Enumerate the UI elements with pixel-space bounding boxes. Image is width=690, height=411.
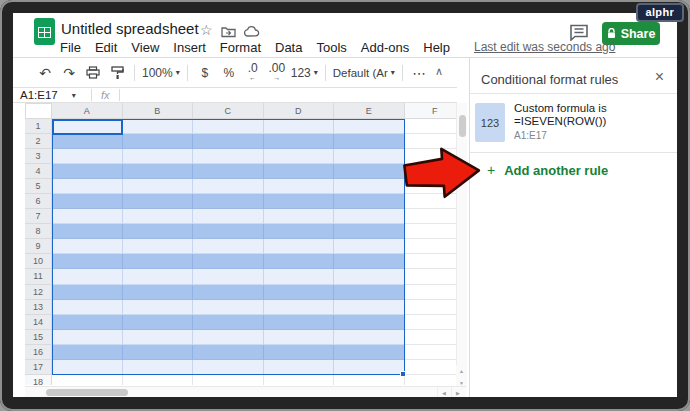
menu-item-format[interactable]: Format xyxy=(220,40,261,55)
cell-D8[interactable] xyxy=(264,224,335,239)
cell-D17[interactable] xyxy=(264,360,335,375)
formula-input[interactable] xyxy=(120,88,457,102)
increase-decimal-button[interactable]: .00→ xyxy=(267,62,287,84)
cell-C3[interactable] xyxy=(193,149,264,164)
font-select[interactable]: Default (Ari… ▾ xyxy=(333,62,395,84)
row-header-1[interactable]: 1 xyxy=(25,119,52,134)
menu-item-insert[interactable]: Insert xyxy=(173,40,206,55)
more-formats-button[interactable]: 123 ▾ xyxy=(291,62,318,84)
cell-A1[interactable] xyxy=(52,119,123,134)
sheets-logo-icon[interactable] xyxy=(34,18,55,45)
cell-D10[interactable] xyxy=(264,254,335,269)
horizontal-scrollbar-thumb[interactable] xyxy=(46,389,128,396)
cell-E16[interactable] xyxy=(334,345,405,360)
cell-C10[interactable] xyxy=(193,254,264,269)
cell-A13[interactable] xyxy=(52,300,123,315)
cell-B16[interactable] xyxy=(123,345,194,360)
column-header-A[interactable]: A xyxy=(52,103,123,119)
cell-B13[interactable] xyxy=(123,300,194,315)
row-header-17[interactable]: 17 xyxy=(25,360,52,375)
paint-format-icon[interactable] xyxy=(107,62,127,84)
cell-A5[interactable] xyxy=(52,179,123,194)
cell-A12[interactable] xyxy=(52,285,123,300)
column-header-D[interactable]: D xyxy=(264,103,335,119)
cell-B9[interactable] xyxy=(123,239,194,254)
cell-B4[interactable] xyxy=(123,164,194,179)
cell-D7[interactable] xyxy=(264,209,335,224)
redo-icon[interactable]: ↷ xyxy=(59,62,79,84)
cell-C12[interactable] xyxy=(193,285,264,300)
cell-E15[interactable] xyxy=(334,330,405,345)
row-header-4[interactable]: 4 xyxy=(25,164,52,179)
decrease-decimal-button[interactable]: .0← xyxy=(243,62,263,84)
cell-A11[interactable] xyxy=(52,269,123,284)
cell-B15[interactable] xyxy=(123,330,194,345)
row-header-15[interactable]: 15 xyxy=(25,330,52,345)
cell-C8[interactable] xyxy=(193,224,264,239)
cell-D4[interactable] xyxy=(264,164,335,179)
cell-C2[interactable] xyxy=(193,134,264,149)
row-header-10[interactable]: 10 xyxy=(25,254,52,269)
cell-E11[interactable] xyxy=(334,269,405,284)
column-header-B[interactable]: B xyxy=(123,103,194,119)
column-header-E[interactable]: E xyxy=(334,103,405,119)
row-header-16[interactable]: 16 xyxy=(25,345,52,360)
cell-A6[interactable] xyxy=(52,194,123,209)
close-icon[interactable]: × xyxy=(655,68,664,86)
cell-D11[interactable] xyxy=(264,269,335,284)
cell-B6[interactable] xyxy=(123,194,194,209)
cell-D12[interactable] xyxy=(264,285,335,300)
star-icon[interactable]: ☆ xyxy=(200,22,213,38)
cell-B10[interactable] xyxy=(123,254,194,269)
horizontal-scrollbar[interactable]: ◀ ▶ xyxy=(25,386,466,397)
cell-B5[interactable] xyxy=(123,179,194,194)
cell-D14[interactable] xyxy=(264,315,335,330)
menu-item-data[interactable]: Data xyxy=(275,40,302,55)
cell-A8[interactable] xyxy=(52,224,123,239)
menu-item-file[interactable]: File xyxy=(60,40,81,55)
cell-E14[interactable] xyxy=(334,315,405,330)
cell-B2[interactable] xyxy=(123,134,194,149)
print-icon[interactable] xyxy=(83,62,103,84)
collapse-toolbar-icon[interactable]: ∧ xyxy=(435,65,443,78)
cell-C15[interactable] xyxy=(193,330,264,345)
row-header-13[interactable]: 13 xyxy=(25,300,52,315)
cell-A2[interactable] xyxy=(52,134,123,149)
cell-A15[interactable] xyxy=(52,330,123,345)
cell-B8[interactable] xyxy=(123,224,194,239)
row-header-8[interactable]: 8 xyxy=(25,224,52,239)
cell-E1[interactable] xyxy=(334,119,405,134)
cell-D18[interactable] xyxy=(264,375,335,385)
more-toolbar-button[interactable]: ⋯ xyxy=(410,62,430,84)
cell-D13[interactable] xyxy=(264,300,335,315)
cell-C1[interactable] xyxy=(193,119,264,134)
format-percent-button[interactable]: % xyxy=(219,62,239,84)
row-header-2[interactable]: 2 xyxy=(25,134,52,149)
row-header-11[interactable]: 11 xyxy=(25,269,52,284)
cell-B1[interactable] xyxy=(123,119,194,134)
cell-C9[interactable] xyxy=(193,239,264,254)
cell-C16[interactable] xyxy=(193,345,264,360)
cell-C14[interactable] xyxy=(193,315,264,330)
cell-C5[interactable] xyxy=(193,179,264,194)
cell-A4[interactable] xyxy=(52,164,123,179)
menu-item-edit[interactable]: Edit xyxy=(95,40,117,55)
row-header-12[interactable]: 12 xyxy=(25,285,52,300)
cell-A17[interactable] xyxy=(52,360,123,375)
row-header-3[interactable]: 3 xyxy=(25,149,52,164)
row-header-9[interactable]: 9 xyxy=(25,239,52,254)
row-header-5[interactable]: 5 xyxy=(25,179,52,194)
cell-B11[interactable] xyxy=(123,269,194,284)
cell-E13[interactable] xyxy=(334,300,405,315)
cell-B7[interactable] xyxy=(123,209,194,224)
scroll-right-icon[interactable]: ▶ xyxy=(451,387,464,397)
name-box[interactable]: A1:E17 ▾ xyxy=(13,89,91,101)
cell-A9[interactable] xyxy=(52,239,123,254)
add-another-rule-button[interactable]: + Add another rule xyxy=(487,162,608,178)
cell-C4[interactable] xyxy=(193,164,264,179)
cell-E2[interactable] xyxy=(334,134,405,149)
menu-item-add-ons[interactable]: Add-ons xyxy=(361,40,409,55)
menu-item-view[interactable]: View xyxy=(131,40,159,55)
row-header-6[interactable]: 6 xyxy=(25,194,52,209)
format-rule-item[interactable]: 123 Custom formula is =ISEVEN(ROW()) A1:… xyxy=(470,98,677,150)
